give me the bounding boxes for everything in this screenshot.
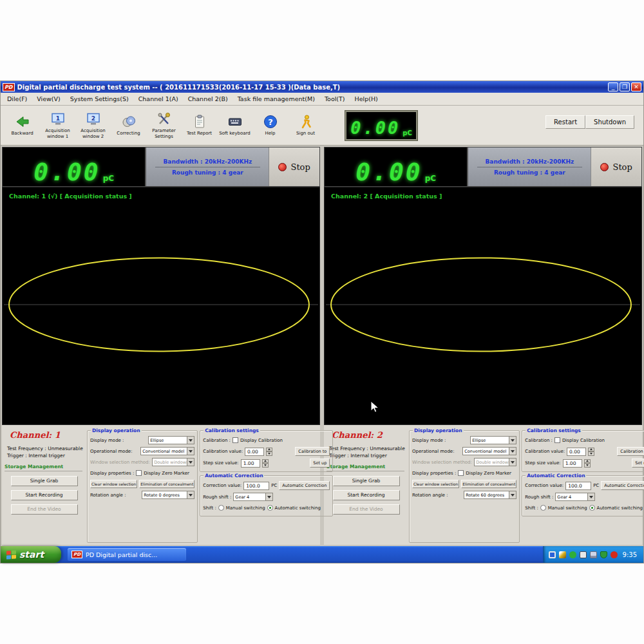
group-title: Automatic Correction — [204, 473, 264, 478]
rotation-angle-select[interactable]: Rotate 0 degrees — [142, 491, 194, 499]
clear-window-button[interactable]: Clear window selection — [90, 480, 137, 488]
tray-monitor-icon[interactable] — [549, 551, 556, 558]
automatic-correction-button[interactable]: Automatic Correction — [601, 481, 644, 490]
chevron-down-icon[interactable] — [509, 437, 516, 444]
operational-mode-select[interactable]: Conventional model — [140, 447, 194, 455]
soft-keyboard-button[interactable]: Soft keyboard — [217, 108, 252, 143]
start-button[interactable]: start — [1, 546, 61, 563]
spinner-control[interactable] — [584, 459, 591, 468]
titlebar: PD Digital partial discharge test system… — [1, 81, 643, 93]
chevron-down-icon[interactable] — [187, 437, 194, 444]
menu-file[interactable]: Dile(F) — [7, 95, 27, 102]
start-recording-button[interactable]: Start Recording — [333, 490, 400, 500]
group-title: Calibration settings — [526, 428, 582, 433]
minimize-button[interactable]: _ — [608, 82, 618, 91]
menu-tool[interactable]: Tool(T) — [325, 95, 345, 102]
menu-help[interactable]: Help(H) — [355, 95, 378, 102]
spinner-control[interactable] — [262, 459, 269, 468]
rough-shift-select[interactable]: Gear 4 — [555, 493, 595, 501]
manual-switching-radio[interactable] — [540, 505, 546, 511]
test-report-button[interactable]: Test Report — [182, 108, 217, 143]
restart-button[interactable]: Restart — [545, 115, 585, 129]
tray-pen-icon[interactable] — [559, 551, 566, 558]
stop-led-icon — [600, 163, 609, 171]
rotation-angle-select[interactable]: Rotate 60 degrees — [464, 491, 516, 499]
stop-button[interactable]: Stop — [269, 147, 319, 186]
correction-value-input[interactable]: 100.0 — [243, 482, 269, 490]
spinner-control[interactable] — [588, 448, 594, 456]
windows-flag-icon — [6, 550, 16, 559]
elimination-button[interactable]: Elimination of concealment — [461, 480, 516, 488]
clear-window-button[interactable]: Clear window selection — [412, 480, 459, 488]
chevron-down-icon[interactable] — [509, 448, 516, 455]
scope-display: Channel: 1 (√) [ Acquisition status ] — [2, 187, 320, 425]
tray-ime-icon[interactable] — [580, 551, 587, 558]
close-button[interactable]: ✕ — [631, 82, 641, 91]
calibration-value-input[interactable]: 0.00 — [567, 448, 586, 456]
start-recording-button[interactable]: Start Recording — [11, 490, 78, 500]
divider — [155, 167, 260, 167]
rough-shift-select[interactable]: Gear 4 — [233, 493, 273, 501]
tray-keyboard-icon[interactable] — [590, 551, 597, 558]
chevron-down-icon[interactable] — [509, 491, 516, 498]
automatic-correction-group: Automatic Correction Correction value: 1… — [522, 475, 644, 516]
zero-marker-checkbox[interactable] — [136, 470, 142, 476]
sign-out-button[interactable]: Sign out — [288, 108, 323, 143]
manual-switching-radio[interactable] — [218, 505, 224, 511]
correction-value-input[interactable]: 100.0 — [565, 482, 591, 490]
setup-button[interactable]: Set up — [310, 459, 330, 468]
correcting-button[interactable]: Correcting — [111, 108, 146, 143]
calibration-settings-group: Calibration settings Calibration : Displ… — [200, 430, 333, 472]
menu-task-file-management[interactable]: Task file management(M) — [238, 95, 315, 102]
shutdown-button[interactable]: Shutdown — [585, 115, 634, 129]
divider — [477, 167, 582, 167]
parameter-settings-button[interactable]: Parameter Settings — [146, 108, 182, 143]
automatic-switching-radio[interactable] — [589, 505, 595, 511]
setup-button[interactable]: Set up — [632, 459, 644, 468]
taskbar-task-button[interactable]: PD PD Digital partial disc... — [68, 548, 186, 561]
menu-view[interactable]: View(V) — [37, 95, 60, 102]
window-2-icon: 2 — [86, 111, 101, 127]
help-button[interactable]: ? Help — [252, 108, 288, 143]
spinner-control[interactable] — [266, 448, 272, 456]
display-calibration-checkbox[interactable] — [554, 437, 560, 443]
chevron-down-icon[interactable] — [187, 448, 194, 455]
chevron-down-icon[interactable] — [187, 491, 194, 498]
menu-channel-2[interactable]: Channel 2(B) — [188, 95, 228, 102]
menu-system-settings[interactable]: System Settings(S) — [70, 95, 129, 102]
calibration-value-input[interactable]: 0.00 — [245, 448, 264, 456]
automatic-switching-radio[interactable] — [267, 505, 273, 511]
step-size-input[interactable]: 1.00 — [241, 459, 260, 468]
display-mode-label: Display mode : — [412, 438, 446, 443]
display-mode-select[interactable]: Ellipse — [470, 436, 516, 444]
ellipse-trace — [325, 187, 641, 424]
single-grab-button[interactable]: Single Grab — [333, 476, 400, 486]
step-size-input[interactable]: 1.00 — [563, 459, 582, 468]
menu-channel-1[interactable]: Channel 1(A) — [138, 95, 178, 102]
scope-status-label: Channel: 1 (√) [ Acquisition status ] — [9, 193, 132, 200]
calibration-to-button[interactable]: Calibration to — [617, 447, 644, 456]
calibration-to-button[interactable]: Calibration to — [295, 447, 330, 456]
window-1-icon: 1 — [50, 111, 66, 127]
zero-marker-checkbox[interactable] — [458, 470, 464, 476]
stop-button[interactable]: Stop — [591, 147, 641, 186]
acquisition-window-1-button[interactable]: 1 Acquisition window 1 — [40, 108, 75, 143]
tray-alert-icon[interactable] — [611, 551, 618, 558]
single-grab-button[interactable]: Single Grab — [11, 476, 78, 486]
automatic-correction-button[interactable]: Automatic Correction — [279, 481, 330, 490]
tray-antivirus-shield-icon[interactable] — [600, 551, 607, 558]
chevron-down-icon[interactable] — [587, 493, 594, 500]
elimination-button[interactable]: Elimination of concealment — [139, 480, 194, 488]
maximize-button[interactable]: ❐ — [620, 82, 630, 91]
acquisition-window-2-button[interactable]: 2 Acquisition window 2 — [75, 108, 111, 143]
tray-messenger-icon[interactable] — [569, 551, 576, 558]
channel-column: 0.00 pC Bandwidth : 20kHz-200KHz Rough t… — [324, 147, 642, 545]
clipboard-icon — [192, 114, 207, 129]
backward-button[interactable]: Backward — [5, 108, 40, 143]
display-calibration-checkbox[interactable] — [232, 437, 238, 443]
chevron-down-icon[interactable] — [265, 493, 272, 500]
svg-text:1: 1 — [55, 115, 59, 122]
stop-led-icon — [278, 163, 287, 171]
operational-mode-select[interactable]: Conventional model — [462, 447, 516, 455]
display-mode-select[interactable]: Ellipse — [148, 436, 194, 444]
